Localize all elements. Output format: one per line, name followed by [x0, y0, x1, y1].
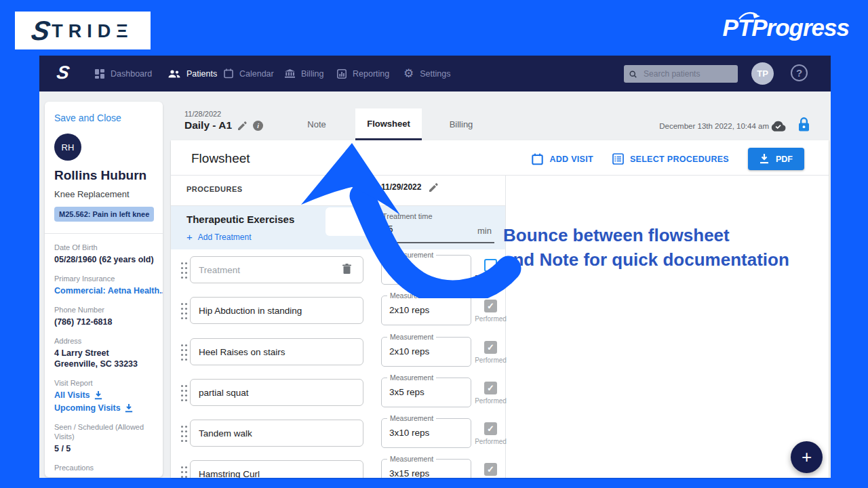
insurance-link[interactable]: Commercial: Aetna Health...: [54, 286, 153, 296]
measurement-value: 3x5 reps: [389, 387, 425, 397]
visit-title: Daily - A1: [184, 119, 232, 131]
drag-handle-icon[interactable]: [181, 385, 183, 387]
visit-column-date: 11/29/2022: [381, 182, 421, 192]
procedures-column-header: PROCEDURES: [186, 185, 243, 193]
treatment-row: Measurement 3x10 reps Performed: [171, 413, 505, 454]
treatment-time-unit: min: [477, 226, 492, 236]
select-procedures-button[interactable]: SELECT PROCEDURES: [612, 153, 729, 165]
upcoming-visits-text: Upcoming Visits: [54, 403, 121, 413]
visit-title-row: Daily - A1: [184, 119, 263, 131]
plus-icon: [186, 231, 193, 243]
treatment-input[interactable]: [190, 379, 363, 406]
seen-scheduled-label: Seen / Scheduled (Allowed Visits): [54, 422, 153, 441]
column-divider: [505, 175, 506, 478]
performed-checkbox[interactable]: [484, 463, 497, 476]
help-icon[interactable]: [791, 64, 808, 81]
performed-checkbox[interactable]: [484, 341, 497, 354]
search-input[interactable]: [642, 68, 732, 79]
save-and-close-link[interactable]: Save and Close: [54, 113, 153, 123]
nav-label: Patients: [186, 69, 217, 79]
measurement-field[interactable]: Measurement 3x5 reps: [381, 378, 471, 407]
tab-billing[interactable]: Billing: [434, 108, 488, 140]
treatment-time-value[interactable]: 15: [382, 224, 393, 235]
treatment-input[interactable]: [190, 297, 363, 324]
visit-report-label: Visit Report: [54, 378, 153, 388]
treatment-input[interactable]: [190, 420, 363, 447]
drag-handle-icon[interactable]: [181, 262, 183, 264]
treatment-input[interactable]: [190, 256, 363, 283]
stride-s-glyph: S: [30, 17, 53, 44]
section-therapeutic-exercises: Therapeutic Exercises Add Treatment Trea…: [171, 206, 505, 249]
section-input-chip[interactable]: [326, 207, 369, 236]
add-visit-button[interactable]: ADD VISIT: [532, 153, 593, 165]
drag-handle-icon[interactable]: [181, 303, 183, 305]
nav-item-dashboard[interactable]: Dashboard: [95, 56, 152, 92]
drag-handle-icon[interactable]: [181, 344, 183, 346]
flowsheet-toolbar: ADD VISIT SELECT PROCEDURES PDF: [532, 148, 804, 170]
tab-note[interactable]: Note: [290, 108, 344, 140]
treatment-row: Measurement Performed: [171, 249, 505, 291]
nav-item-calendar[interactable]: Calendar: [224, 56, 274, 92]
tab-flowsheet[interactable]: Flowsheet: [355, 108, 422, 140]
stride-logo: S TRIDΞ: [15, 12, 151, 49]
user-avatar[interactable]: TP: [751, 62, 774, 85]
edit-pencil-icon[interactable]: [238, 121, 247, 130]
nav-item-patients[interactable]: Patients: [168, 56, 217, 92]
measurement-label: Measurement: [387, 373, 436, 382]
upcoming-visits-link[interactable]: Upcoming Visits: [54, 403, 153, 413]
dob-value: 05/28/1960 (62 years old): [54, 255, 153, 265]
drag-handle-icon[interactable]: [181, 426, 183, 428]
drag-handle-icon[interactable]: [181, 466, 183, 468]
measurement-label: Measurement: [387, 455, 436, 463]
measurement-field[interactable]: Measurement 2x10 reps: [381, 296, 471, 325]
add-visit-label: ADD VISIT: [549, 155, 593, 164]
case-title: Knee Replacement: [54, 189, 153, 199]
nav-item-billing[interactable]: Billing: [285, 56, 323, 92]
select-procedures-label: SELECT PROCEDURES: [630, 155, 729, 164]
all-visits-link[interactable]: All Visits: [54, 390, 153, 401]
performed-checkbox[interactable]: [484, 300, 497, 312]
download-icon: [760, 154, 769, 164]
info-icon[interactable]: [253, 121, 263, 131]
treatment-input[interactable]: [190, 338, 363, 365]
fab-add-button[interactable]: +: [791, 441, 823, 473]
address-label: Address: [54, 336, 153, 346]
flowsheet-card: Flowsheet ADD VISIT SELECT PROCEDURES P: [171, 140, 829, 478]
treatment-input[interactable]: [190, 460, 363, 478]
measurement-field[interactable]: Measurement 2x10 reps: [381, 337, 471, 367]
visit-date: 11/28/2022: [184, 110, 221, 118]
nav-item-settings[interactable]: ⚙ Settings: [403, 56, 450, 92]
nav-label: Settings: [420, 69, 450, 79]
dashboard-grid-icon: [95, 69, 104, 79]
lock-icon[interactable]: [798, 117, 810, 131]
visit-column-header: 11/29/2022: [381, 182, 438, 192]
patient-search-box[interactable]: [624, 65, 738, 83]
measurement-field[interactable]: Measurement 3x10 reps: [381, 418, 471, 448]
performed-label: Performed: [472, 397, 509, 405]
download-icon: [94, 391, 102, 400]
performed-checkbox[interactable]: [484, 259, 497, 272]
measurement-value: 2x10 reps: [389, 346, 429, 357]
trash-icon[interactable]: [342, 264, 351, 274]
pdf-button[interactable]: PDF: [748, 148, 804, 170]
edit-pencil-icon[interactable]: [429, 183, 438, 192]
address-line2: Greenville, SC 33233: [54, 359, 153, 369]
add-treatment-button[interactable]: Add Treatment: [186, 231, 251, 243]
measurement-label: Measurement: [387, 291, 436, 300]
performed-checkbox[interactable]: [484, 422, 497, 435]
patients-people-icon: [168, 70, 180, 78]
treatment-row: Measurement 2x10 reps Performed: [171, 290, 505, 332]
measurement-field[interactable]: Measurement: [381, 255, 471, 285]
nav-item-reporting[interactable]: Reporting: [337, 56, 389, 92]
treatment-row: Measurement 2x10 reps Performed: [171, 331, 505, 373]
treatment-row: Measurement 3x15 reps Performed: [171, 453, 505, 478]
address-line1: 4 Larry Street: [54, 348, 153, 359]
measurement-field[interactable]: Measurement 3x15 reps: [381, 459, 471, 478]
performed-checkbox[interactable]: [484, 382, 497, 394]
search-icon: [629, 70, 637, 79]
card-divider: [171, 175, 829, 176]
treatment-time-underline: [376, 242, 494, 243]
ptprogress-arrow-icon: [738, 9, 762, 20]
nav-label: Dashboard: [111, 69, 152, 79]
flowsheet-title: Flowsheet: [191, 151, 250, 166]
